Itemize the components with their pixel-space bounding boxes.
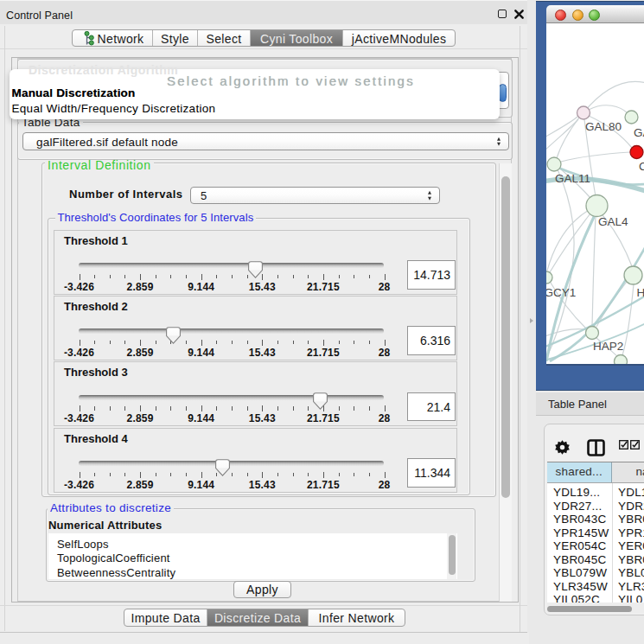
svg-text:GCY1: GCY1: [546, 286, 576, 299]
svg-text:GAL4: GAL4: [598, 215, 628, 228]
svg-text:C: C: [639, 160, 644, 173]
svg-text:GAL80: GAL80: [585, 120, 622, 133]
svg-text:HAP2: HAP2: [593, 340, 623, 353]
svg-text:GAL11: GAL11: [555, 172, 590, 185]
svg-text:GA: GA: [634, 126, 644, 139]
svg-text:H: H: [637, 286, 644, 299]
